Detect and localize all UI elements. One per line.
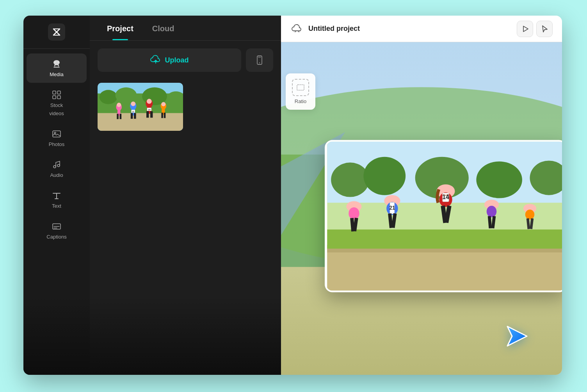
svg-rect-47	[297, 85, 304, 90]
svg-point-61	[331, 162, 369, 197]
svg-point-18	[100, 90, 117, 104]
svg-point-10	[57, 164, 60, 167]
sidebar-item-photos[interactable]: Photos	[27, 123, 87, 153]
sidebar-item-captions-label: Captions	[46, 234, 66, 240]
video-frame: 21 14	[325, 140, 562, 292]
captions-icon	[52, 221, 62, 232]
sidebar-item-photos-label: Photos	[49, 141, 64, 147]
preview-header: Untitled project	[281, 16, 562, 42]
sidebar-item-stock-videos[interactable]: Stock videos	[27, 84, 87, 122]
svg-rect-3	[53, 91, 56, 94]
svg-point-62	[363, 157, 406, 195]
upload-button-label: Upload	[165, 56, 189, 64]
stock-videos-icon	[52, 90, 62, 100]
ratio-label: Ratio	[295, 98, 306, 104]
svg-rect-4	[57, 91, 60, 94]
tab-cloud[interactable]: Cloud	[143, 16, 184, 40]
svg-point-70	[349, 207, 359, 219]
cloud-save-icon	[290, 22, 304, 36]
svg-rect-25	[117, 114, 119, 119]
upload-button[interactable]: Upload	[98, 48, 241, 72]
svg-point-43	[161, 102, 165, 106]
svg-point-8	[54, 132, 56, 134]
audio-icon	[52, 160, 62, 170]
cursor-icon	[540, 25, 549, 33]
svg-point-29	[131, 102, 135, 106]
svg-rect-44	[161, 113, 163, 118]
svg-point-64	[476, 161, 522, 198]
preview-actions	[517, 21, 553, 37]
svg-rect-26	[120, 114, 122, 119]
svg-rect-68	[327, 230, 562, 249]
media-thumb-1[interactable]: 21 14	[98, 83, 183, 131]
preview-canvas: Ratio	[281, 42, 562, 375]
text-icon	[52, 191, 62, 201]
main-container: Media Stock videos	[23, 16, 562, 375]
svg-marker-93	[507, 326, 527, 346]
play-cursor	[503, 323, 531, 351]
project-title-area: Untitled project	[290, 22, 360, 36]
svg-rect-5	[53, 96, 56, 99]
media-icon	[52, 59, 62, 69]
thumbnail-running: 21 14	[98, 83, 183, 131]
svg-rect-37	[146, 111, 149, 118]
panel-tabs: Project Cloud	[90, 16, 281, 41]
svg-rect-7	[53, 131, 60, 137]
preview-panel: Untitled project	[281, 16, 562, 375]
sidebar-item-text[interactable]: Text	[27, 185, 87, 214]
cursor-button[interactable]	[536, 21, 553, 37]
media-panel: Project Cloud Upload	[90, 16, 281, 375]
play-button[interactable]	[517, 21, 533, 37]
phone-icon	[254, 55, 265, 66]
ratio-icon	[292, 79, 309, 96]
upload-area: Upload	[90, 41, 281, 80]
svg-point-19	[116, 87, 137, 103]
svg-point-9	[53, 166, 56, 168]
sidebar-item-text-label: Text	[52, 203, 61, 209]
svg-point-90	[525, 210, 535, 219]
svg-rect-45	[164, 113, 166, 118]
sidebar-item-captions[interactable]: Captions	[27, 216, 87, 245]
svg-rect-16	[98, 111, 183, 131]
media-grid: 21 14	[90, 80, 281, 134]
sidebar-item-audio-label: Audio	[50, 172, 63, 178]
upload-cloud-icon	[150, 55, 161, 66]
svg-point-36	[147, 99, 152, 104]
svg-point-86	[487, 206, 496, 217]
play-icon	[521, 25, 529, 33]
svg-rect-6	[57, 96, 60, 99]
svg-text:14: 14	[148, 109, 151, 111]
tab-project[interactable]: Project	[98, 16, 143, 40]
ratio-panel[interactable]: Ratio	[286, 73, 315, 110]
sidebar-item-stock-videos-label2: videos	[49, 110, 64, 116]
sidebar-item-media[interactable]: Media	[27, 53, 87, 83]
sidebar-item-audio[interactable]: Audio	[27, 154, 87, 184]
photos-icon	[52, 129, 62, 139]
video-svg: 21 14	[326, 142, 562, 291]
svg-rect-30	[131, 113, 133, 119]
svg-text:14: 14	[442, 194, 449, 200]
svg-marker-46	[523, 26, 528, 32]
svg-point-13	[259, 62, 260, 63]
sidebar-nav: Media Stock videos	[23, 49, 90, 250]
play-cursor-icon	[503, 323, 531, 350]
sidebar-item-stock-videos-label: Stock	[50, 102, 63, 108]
sidebar: Media Stock videos	[23, 16, 90, 375]
logo-icon	[48, 23, 65, 41]
device-button[interactable]	[246, 48, 273, 72]
svg-text:21: 21	[132, 111, 135, 113]
project-title: Untitled project	[308, 25, 360, 33]
svg-rect-38	[150, 111, 153, 118]
svg-point-24	[117, 103, 121, 107]
sidebar-item-media-label: Media	[50, 71, 63, 77]
svg-text:21: 21	[389, 205, 395, 211]
svg-rect-31	[134, 113, 136, 119]
app-logo	[23, 16, 90, 49]
